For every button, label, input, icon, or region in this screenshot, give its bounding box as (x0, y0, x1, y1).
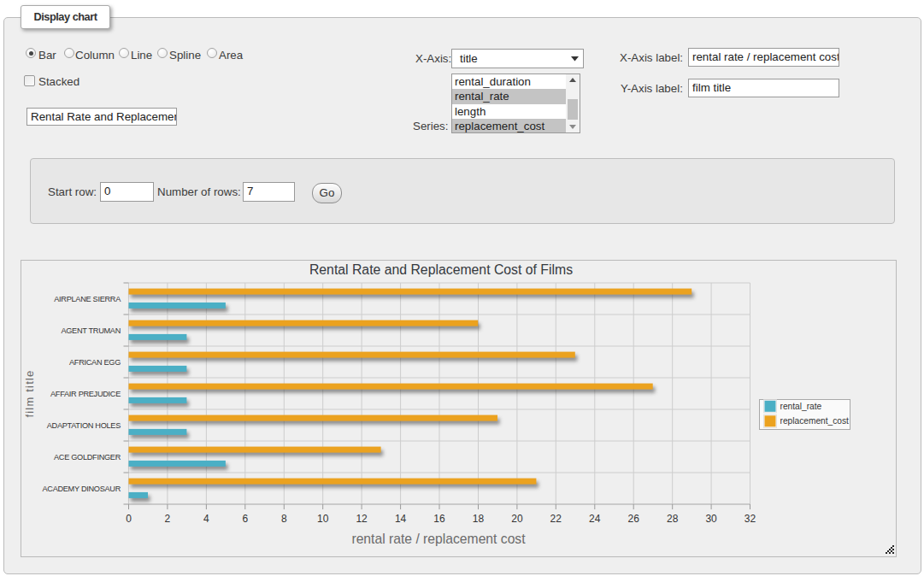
svg-text:8: 8 (281, 513, 287, 525)
svg-text:AIRPLANE SIERRA: AIRPLANE SIERRA (54, 295, 121, 303)
svg-text:26: 26 (628, 513, 640, 525)
svg-text:32: 32 (744, 513, 756, 525)
svg-text:2: 2 (165, 513, 171, 525)
svg-text:30: 30 (705, 513, 717, 525)
svg-text:replacement_cost: replacement_cost (780, 416, 850, 426)
svg-text:Rental Rate and Replacement Co: Rental Rate and Replacement Cost of Film… (309, 262, 573, 277)
svg-text:10: 10 (317, 513, 329, 525)
svg-text:ACE GOLDFINGER: ACE GOLDFINGER (54, 453, 121, 461)
svg-text:rental_rate: rental_rate (780, 402, 822, 411)
svg-text:24: 24 (589, 513, 601, 525)
svg-text:18: 18 (473, 513, 485, 525)
svg-text:4: 4 (203, 513, 209, 525)
svg-text:ACADEMY DINOSAUR: ACADEMY DINOSAUR (42, 485, 121, 493)
svg-text:6: 6 (242, 513, 248, 525)
svg-text:0: 0 (126, 513, 132, 525)
svg-text:22: 22 (550, 513, 562, 525)
svg-text:14: 14 (395, 513, 407, 525)
svg-text:ADAPTATION HOLES: ADAPTATION HOLES (47, 421, 121, 430)
svg-text:20: 20 (511, 513, 523, 525)
svg-text:film title: film title (23, 369, 36, 417)
svg-text:rental rate / replacement cost: rental rate / replacement cost (351, 532, 526, 546)
svg-text:12: 12 (356, 513, 368, 525)
svg-text:AFFAIR PREJUDICE: AFFAIR PREJUDICE (50, 390, 121, 398)
svg-text:AGENT TRUMAN: AGENT TRUMAN (61, 326, 121, 335)
svg-text:16: 16 (433, 513, 445, 525)
svg-text:AFRICAN EGG: AFRICAN EGG (69, 358, 121, 367)
svg-text:28: 28 (667, 513, 679, 525)
